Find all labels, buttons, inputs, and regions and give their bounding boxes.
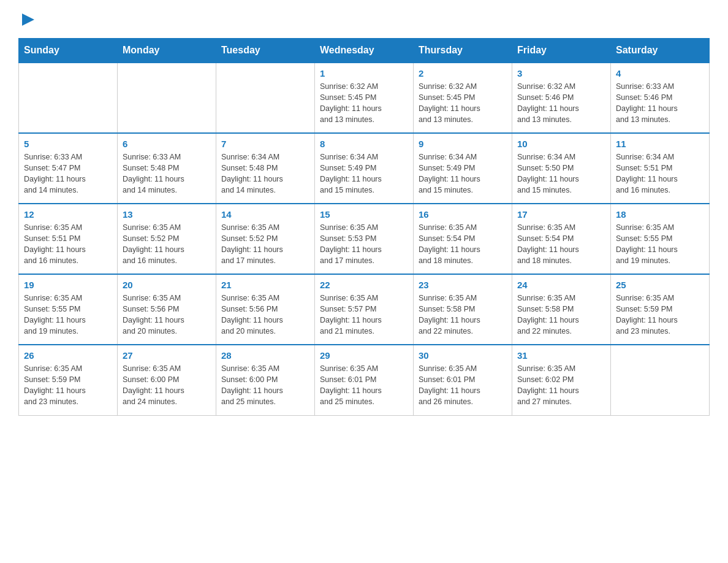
day-number: 23 [419, 280, 507, 290]
calendar-cell: 30Sunrise: 6:35 AM Sunset: 6:01 PM Dayli… [414, 345, 512, 415]
calendar-cell [216, 63, 315, 133]
day-info: Sunrise: 6:34 AM Sunset: 5:49 PM Dayligh… [320, 151, 408, 196]
day-info: Sunrise: 6:35 AM Sunset: 5:56 PM Dayligh… [221, 293, 309, 337]
calendar-cell: 29Sunrise: 6:35 AM Sunset: 6:01 PM Dayli… [315, 345, 414, 415]
day-info: Sunrise: 6:35 AM Sunset: 5:53 PM Dayligh… [320, 222, 408, 267]
calendar-cell [118, 63, 216, 133]
day-number: 16 [419, 209, 507, 220]
calendar-cell: 26Sunrise: 6:35 AM Sunset: 5:59 PM Dayli… [19, 345, 118, 415]
calendar-week-row: 12Sunrise: 6:35 AM Sunset: 5:51 PM Dayli… [19, 204, 710, 274]
day-info: Sunrise: 6:35 AM Sunset: 5:55 PM Dayligh… [616, 222, 704, 267]
day-number: 5 [24, 139, 112, 149]
day-info: Sunrise: 6:35 AM Sunset: 6:01 PM Dayligh… [320, 363, 408, 408]
calendar-week-row: 19Sunrise: 6:35 AM Sunset: 5:55 PM Dayli… [19, 274, 710, 345]
day-info: Sunrise: 6:35 AM Sunset: 6:00 PM Dayligh… [221, 363, 309, 408]
day-info: Sunrise: 6:34 AM Sunset: 5:48 PM Dayligh… [221, 151, 309, 196]
day-number: 28 [221, 350, 309, 361]
calendar-cell: 20Sunrise: 6:35 AM Sunset: 5:56 PM Dayli… [118, 274, 216, 345]
calendar-cell: 3Sunrise: 6:32 AM Sunset: 5:46 PM Daylig… [512, 63, 611, 133]
calendar-cell: 8Sunrise: 6:34 AM Sunset: 5:49 PM Daylig… [315, 133, 414, 204]
calendar-cell [611, 345, 710, 415]
day-info: Sunrise: 6:35 AM Sunset: 6:02 PM Dayligh… [517, 363, 605, 408]
day-info: Sunrise: 6:35 AM Sunset: 5:54 PM Dayligh… [419, 222, 507, 267]
calendar-cell: 13Sunrise: 6:35 AM Sunset: 5:52 PM Dayli… [118, 204, 216, 274]
calendar-cell: 15Sunrise: 6:35 AM Sunset: 5:53 PM Dayli… [315, 204, 414, 274]
calendar-cell: 31Sunrise: 6:35 AM Sunset: 6:02 PM Dayli… [512, 345, 611, 415]
calendar-cell: 27Sunrise: 6:35 AM Sunset: 6:00 PM Dayli… [118, 345, 216, 415]
day-info: Sunrise: 6:34 AM Sunset: 5:50 PM Dayligh… [517, 151, 605, 196]
day-info: Sunrise: 6:35 AM Sunset: 6:01 PM Dayligh… [419, 363, 507, 408]
day-number: 2 [419, 68, 507, 79]
day-number: 30 [419, 350, 507, 361]
calendar-table: SundayMondayTuesdayWednesdayThursdayFrid… [18, 38, 710, 416]
day-number: 22 [320, 280, 408, 290]
calendar-cell: 5Sunrise: 6:33 AM Sunset: 5:47 PM Daylig… [19, 133, 118, 204]
day-number: 27 [123, 350, 211, 361]
day-info: Sunrise: 6:32 AM Sunset: 5:46 PM Dayligh… [517, 81, 605, 126]
calendar-cell [19, 63, 118, 133]
day-info: Sunrise: 6:35 AM Sunset: 5:59 PM Dayligh… [24, 363, 112, 408]
calendar-cell: 1Sunrise: 6:32 AM Sunset: 5:45 PM Daylig… [315, 63, 414, 133]
day-number: 4 [616, 68, 704, 79]
calendar-cell: 16Sunrise: 6:35 AM Sunset: 5:54 PM Dayli… [414, 204, 512, 274]
calendar-cell: 28Sunrise: 6:35 AM Sunset: 6:00 PM Dayli… [216, 345, 315, 415]
calendar-week-row: 1Sunrise: 6:32 AM Sunset: 5:45 PM Daylig… [19, 63, 710, 133]
day-number: 25 [616, 280, 704, 290]
day-number: 12 [24, 209, 112, 220]
calendar-cell: 10Sunrise: 6:34 AM Sunset: 5:50 PM Dayli… [512, 133, 611, 204]
calendar-cell: 24Sunrise: 6:35 AM Sunset: 5:58 PM Dayli… [512, 274, 611, 345]
day-info: Sunrise: 6:33 AM Sunset: 5:48 PM Dayligh… [123, 151, 211, 196]
calendar-cell: 4Sunrise: 6:33 AM Sunset: 5:46 PM Daylig… [611, 63, 710, 133]
calendar-cell: 22Sunrise: 6:35 AM Sunset: 5:57 PM Dayli… [315, 274, 414, 345]
weekday-header-saturday: Saturday [611, 39, 710, 63]
day-number: 19 [24, 280, 112, 290]
logo-text [18, 12, 37, 26]
day-info: Sunrise: 6:35 AM Sunset: 6:00 PM Dayligh… [123, 363, 211, 408]
calendar-cell: 2Sunrise: 6:32 AM Sunset: 5:45 PM Daylig… [414, 63, 512, 133]
day-number: 15 [320, 209, 408, 220]
calendar-week-row: 5Sunrise: 6:33 AM Sunset: 5:47 PM Daylig… [19, 133, 710, 204]
calendar-cell: 6Sunrise: 6:33 AM Sunset: 5:48 PM Daylig… [118, 133, 216, 204]
day-number: 26 [24, 350, 112, 361]
weekday-header-sunday: Sunday [19, 39, 118, 63]
calendar-cell: 19Sunrise: 6:35 AM Sunset: 5:55 PM Dayli… [19, 274, 118, 345]
weekday-header-wednesday: Wednesday [315, 39, 414, 63]
day-info: Sunrise: 6:35 AM Sunset: 5:58 PM Dayligh… [517, 293, 605, 337]
day-number: 7 [221, 139, 309, 149]
day-info: Sunrise: 6:32 AM Sunset: 5:45 PM Dayligh… [419, 81, 507, 126]
day-info: Sunrise: 6:35 AM Sunset: 5:57 PM Dayligh… [320, 293, 408, 337]
calendar-cell: 21Sunrise: 6:35 AM Sunset: 5:56 PM Dayli… [216, 274, 315, 345]
day-number: 14 [221, 209, 309, 220]
calendar-cell: 23Sunrise: 6:35 AM Sunset: 5:58 PM Dayli… [414, 274, 512, 345]
calendar-cell: 12Sunrise: 6:35 AM Sunset: 5:51 PM Dayli… [19, 204, 118, 274]
day-info: Sunrise: 6:33 AM Sunset: 5:47 PM Dayligh… [24, 151, 112, 196]
day-info: Sunrise: 6:35 AM Sunset: 5:52 PM Dayligh… [123, 222, 211, 267]
day-info: Sunrise: 6:32 AM Sunset: 5:45 PM Dayligh… [320, 81, 408, 126]
logo [18, 12, 37, 26]
page-header [18, 12, 710, 26]
day-info: Sunrise: 6:35 AM Sunset: 5:52 PM Dayligh… [221, 222, 309, 267]
calendar-cell: 14Sunrise: 6:35 AM Sunset: 5:52 PM Dayli… [216, 204, 315, 274]
day-number: 6 [123, 139, 211, 149]
calendar-cell: 11Sunrise: 6:34 AM Sunset: 5:51 PM Dayli… [611, 133, 710, 204]
weekday-header-monday: Monday [118, 39, 216, 63]
calendar-cell: 18Sunrise: 6:35 AM Sunset: 5:55 PM Dayli… [611, 204, 710, 274]
day-number: 31 [517, 350, 605, 361]
calendar-cell: 17Sunrise: 6:35 AM Sunset: 5:54 PM Dayli… [512, 204, 611, 274]
day-info: Sunrise: 6:35 AM Sunset: 5:51 PM Dayligh… [24, 222, 112, 267]
day-info: Sunrise: 6:33 AM Sunset: 5:46 PM Dayligh… [616, 81, 704, 126]
calendar-cell: 25Sunrise: 6:35 AM Sunset: 5:59 PM Dayli… [611, 274, 710, 345]
svg-marker-0 [22, 13, 34, 26]
day-number: 9 [419, 139, 507, 149]
day-number: 20 [123, 280, 211, 290]
calendar-cell: 7Sunrise: 6:34 AM Sunset: 5:48 PM Daylig… [216, 133, 315, 204]
weekday-header-friday: Friday [512, 39, 611, 63]
calendar-cell: 9Sunrise: 6:34 AM Sunset: 5:49 PM Daylig… [414, 133, 512, 204]
weekday-header-tuesday: Tuesday [216, 39, 315, 63]
day-number: 10 [517, 139, 605, 149]
logo-triangle-icon [20, 11, 37, 28]
day-number: 11 [616, 139, 704, 149]
day-info: Sunrise: 6:35 AM Sunset: 5:54 PM Dayligh… [517, 222, 605, 267]
day-info: Sunrise: 6:35 AM Sunset: 5:58 PM Dayligh… [419, 293, 507, 337]
day-number: 8 [320, 139, 408, 149]
